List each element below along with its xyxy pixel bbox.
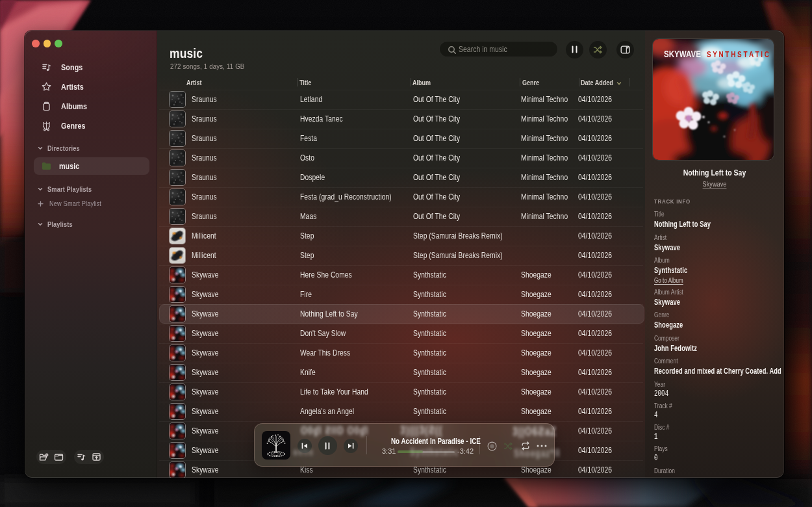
svg-text:SKYWAVE: SKYWAVE bbox=[664, 49, 701, 59]
svg-text:S Y N T H S T A T I C: S Y N T H S T A T I C bbox=[707, 49, 769, 59]
